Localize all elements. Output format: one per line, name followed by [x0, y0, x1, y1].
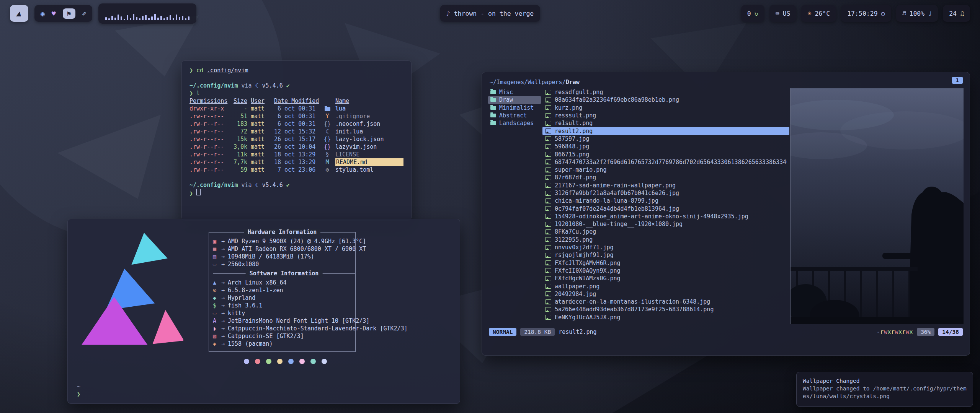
- via-label: via: [241, 181, 252, 189]
- visualizer-bar: [142, 16, 144, 20]
- file-row[interactable]: resssult.png: [542, 112, 789, 119]
- workspace-icon-2[interactable]: ♥: [52, 10, 56, 18]
- audio-visualizer: [98, 3, 196, 24]
- file-row[interactable]: 0c794faf07de24a4db4d4fb1eb813964.jpg: [542, 205, 789, 212]
- file-row[interactable]: 19201080-__blue-tinge__-1920×1080.jpg: [542, 220, 789, 228]
- color-dot: [299, 359, 305, 364]
- gear-icon: ⚙: [323, 166, 332, 174]
- file-row[interactable]: 8FKa7Cu.jpeg: [542, 228, 789, 236]
- file-row-name: kurz.png: [555, 104, 582, 111]
- file-row[interactable]: super-mario.png: [542, 166, 789, 174]
- file-row[interactable]: rsjqojlmjhf91.jpg: [542, 251, 789, 259]
- file-row[interactable]: 68747470733a2f2f696d616765732d7769786d70…: [542, 158, 789, 166]
- file-row[interactable]: ressdfgult.png: [542, 88, 789, 96]
- size-text: 72: [231, 128, 247, 135]
- visualizer-bar: [139, 18, 140, 20]
- image-file-icon: [545, 144, 551, 149]
- file-row[interactable]: wallpaper.png: [542, 282, 789, 290]
- sidebar-folder[interactable]: Abstract: [488, 112, 541, 119]
- file-row[interactable]: 20492984.jpg: [542, 290, 789, 298]
- workspace-icon-4[interactable]: ✐: [82, 10, 87, 18]
- file-name: lazy-lock.json: [335, 135, 403, 143]
- memory-row: ▤→10948MiB / 64183MiB (17%): [213, 253, 355, 260]
- file-row[interactable]: 217167-sad-anime-rain-wallpaper.png: [542, 182, 789, 189]
- file-row-name: 20492984.jpg: [555, 291, 596, 298]
- arrow-icon: →: [221, 294, 225, 301]
- tab-badge[interactable]: 1: [952, 77, 963, 84]
- file-row[interactable]: 866715.png: [542, 150, 789, 158]
- file-row[interactable]: 3126f7e9bbf21a8a4af0b67b041c6e26.jpg: [542, 189, 789, 197]
- status-bar: NORMAL 218.8 KB result2.png -rwxrwxrwx 3…: [488, 326, 964, 338]
- file-row[interactable]: 08a634fa02a32364f69ebc86a98eb1eb.png: [542, 96, 789, 104]
- notifications-module[interactable]: 24 ♫: [943, 5, 970, 22]
- file-row[interactable]: EeNKYgIUcAAJ5JX.png: [542, 314, 789, 321]
- file-manager-window[interactable]: ~/Imagenes/Wallpapers/Draw 1 MiscDrawMin…: [482, 72, 970, 356]
- terminal-window-nvim[interactable]: ❯ cd .config/nvim ~/.config/nvim via ☾ v…: [181, 60, 412, 221]
- file-row-name: 68747470733a2f2f696d616765732d7769786d70…: [555, 159, 787, 166]
- sidebar-folder[interactable]: Minimalist: [488, 104, 541, 112]
- gpu-icon: ▦: [213, 245, 221, 253]
- sidebar-folder[interactable]: Landscapes: [488, 119, 541, 127]
- updates-module[interactable]: 0 ↻: [741, 5, 764, 22]
- file-row[interactable]: FXfcHgcWIAMzs0G.png: [542, 275, 789, 282]
- file-row-name: 3126f7e9bbf21a8a4af0b67b041c6e26.jpg: [555, 190, 679, 197]
- notification-popup[interactable]: Wallpaper Changed Wallpaper changed to /…: [796, 372, 973, 407]
- image-file-icon: [545, 206, 551, 211]
- file-row[interactable]: chica-mirando-la-luna-8799.jpg: [542, 197, 789, 205]
- arch-logo: [82, 231, 183, 346]
- wm-row: ◆→Hyprland: [213, 294, 355, 302]
- notification-body: Wallpaper changed to /home/matt/.config/…: [803, 385, 967, 400]
- lua-icon: ☾: [323, 128, 332, 135]
- file-row[interactable]: 3122955.png: [542, 236, 789, 244]
- file-row[interactable]: FXfcJlTXgAMvH6R.png: [542, 259, 789, 267]
- visualizer-bar: [133, 14, 134, 20]
- temperature-module[interactable]: ☀ 26°C: [801, 5, 836, 22]
- file-row-name: 596848.jpg: [555, 143, 589, 150]
- media-player-module[interactable]: ♪ thrown - on the verge: [440, 5, 540, 22]
- visualizer-bar: [111, 16, 113, 20]
- file-row[interactable]: 596848.jpg: [542, 143, 789, 150]
- image-file-icon: [545, 268, 551, 273]
- file-row[interactable]: 87r687df.png: [542, 174, 789, 181]
- volume-module[interactable]: ♬ 100% ♩: [896, 5, 938, 22]
- workspace-icon-3[interactable]: ⚑: [63, 8, 75, 19]
- image-file-icon: [545, 183, 551, 188]
- terminal-window-fetch[interactable]: Hardware Information ▣→AMD Ryzen 9 5900X…: [67, 219, 460, 404]
- file-row[interactable]: nnvuv0xj2df71.jpg: [542, 244, 789, 251]
- date-text: 7 oct 23:06: [274, 166, 319, 174]
- launcher-button[interactable]: ▲: [10, 5, 28, 22]
- image-file-icon: [545, 136, 551, 141]
- clock-module[interactable]: 17:50:29 ◷: [841, 5, 891, 22]
- info-box: Hardware Information ▣→AMD Ryzen 9 5900X…: [209, 232, 356, 352]
- top-bar: ▲ ◉♥⚑✐ ♪ thrown - on the verge 0 ↻ ⌨ US …: [0, 5, 980, 22]
- file-row[interactable]: atardecer-en-la-montanas-ilustracion-634…: [542, 298, 789, 306]
- file-row[interactable]: kurz.png: [542, 104, 789, 112]
- workspace-icon-1[interactable]: ◉: [41, 10, 45, 18]
- visualizer-bar: [121, 16, 122, 20]
- selected-filename: result2.png: [559, 328, 596, 335]
- file-row[interactable]: re1sult.png: [542, 119, 789, 127]
- arrow-icon: →: [221, 246, 225, 252]
- sidebar-folder-label: Abstract: [499, 112, 527, 119]
- visualizer-bar: [163, 18, 165, 20]
- arrow-icon: →: [221, 287, 225, 294]
- file-row-name: 866715.png: [555, 151, 589, 158]
- file-row[interactable]: FXfcII0X0AQyn9X.png: [542, 267, 789, 275]
- folder-icon: [490, 121, 496, 125]
- os-row: ▲→Arch Linux x86_64: [213, 279, 355, 286]
- keyboard-layout-module[interactable]: ⌨ US: [769, 5, 797, 22]
- folder-icon: [490, 98, 496, 102]
- file-row[interactable]: 154928-odinokoe_anime-art-anime-okno-sin…: [542, 213, 789, 220]
- updates-count: 0: [747, 10, 751, 17]
- packages-icon: ◈: [213, 340, 221, 348]
- sidebar-folder[interactable]: Draw: [488, 96, 541, 104]
- ls-output: drwxr-xr-x-matt 6 oct 00:31lua.rw-r--r--…: [189, 105, 403, 174]
- topbar-right-modules: 0 ↻ ⌨ US ☀ 26°C 17:50:29 ◷ ♬ 100% ♩ 24: [741, 5, 970, 22]
- file-row[interactable]: result2.png: [542, 127, 789, 135]
- file-row[interactable]: 587597.jpg: [542, 135, 789, 143]
- file-size-badge: 218.8 KB: [520, 328, 555, 336]
- arrow-icon: →: [221, 340, 225, 347]
- file-row[interactable]: 5a266e448add93deab367d87173e9f25-6837886…: [542, 306, 789, 313]
- image-file-icon: [545, 284, 551, 289]
- sidebar-folder[interactable]: Misc: [488, 88, 541, 96]
